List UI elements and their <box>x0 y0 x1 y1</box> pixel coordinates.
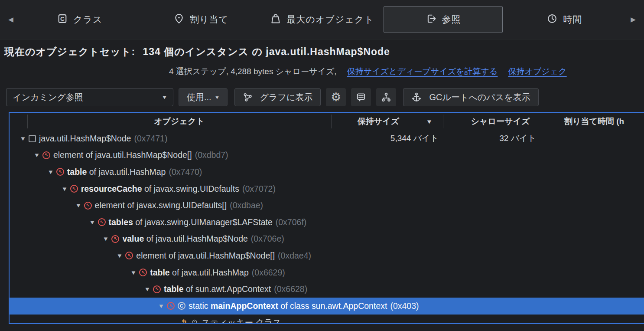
tree-row-label: resourceCache of javax.swing.UIDefaults <box>81 184 239 194</box>
svg-text:C: C <box>60 16 65 22</box>
expand-arrow-icon[interactable]: ▼ <box>86 219 99 226</box>
tree-row[interactable]: ▼↖tables of javax.swing.UIManager$LAFSta… <box>10 214 644 231</box>
object-address: (0x6628) <box>274 284 307 294</box>
summary-text: 4 選択ステップ, 4,288 bytes シャローサイズ, <box>169 66 337 77</box>
reference-type-dropdown[interactable]: インカミング参照 ▼ <box>6 88 173 106</box>
tree-row-label: element of java.util.HashMap$Node[] <box>136 251 275 261</box>
object-address: (0x706e) <box>251 234 284 244</box>
tabs-back-arrow-icon[interactable]: ◀ <box>3 16 19 23</box>
tree-row[interactable]: ↰スティッキー クラス <box>10 315 644 323</box>
column-header-allocation-time[interactable]: 割り当て時間 (h <box>564 113 644 130</box>
tab-label: 時間 <box>563 13 582 26</box>
tree-row-label: table of java.util.HashMap <box>150 268 249 278</box>
tree-row-label: tables of javax.swing.UIManager$LAFState <box>109 217 273 227</box>
object-address: (0xdbae) <box>230 200 263 210</box>
tab-allocations[interactable]: 割り当て <box>141 6 261 33</box>
tree-row[interactable]: ▼↖element of java.util.HashMap$Node[](0x… <box>10 247 644 264</box>
use-button[interactable]: 使用... ▼ <box>179 88 228 106</box>
shallow-size-value: 32 バイト <box>443 130 536 147</box>
object-checkbox[interactable] <box>29 135 36 142</box>
graph-icon <box>243 92 253 102</box>
column-header-object[interactable]: オブジェクト <box>27 113 331 130</box>
expand-arrow-icon[interactable]: ▼ <box>99 236 112 242</box>
expand-arrow-icon[interactable]: ▼ <box>44 169 57 175</box>
incoming-reference-icon: ↖ <box>139 269 147 276</box>
tree-row-label: スティッキー クラス <box>202 317 282 323</box>
tree-row-label: value of java.util.HashMap$Node <box>122 234 247 244</box>
gc-root-icon: ↰ <box>181 318 188 323</box>
tab-biggest-objects[interactable]: 最大のオブジェクト <box>262 6 382 33</box>
reference-type-value: インカミング参照 <box>13 92 162 103</box>
incoming-reference-icon: ↖ <box>56 168 64 176</box>
tree-row[interactable]: ▼↖value of java.util.HashMap$Node(0x706e… <box>10 231 644 248</box>
comments-button[interactable] <box>351 88 371 106</box>
incoming-reference-icon: ↖ <box>98 218 106 226</box>
incoming-reference-icon: ↖ <box>111 235 119 243</box>
tree-row[interactable]: ▼↖table of java.util.HashMap(0x7470) <box>10 164 644 180</box>
use-button-label: 使用... <box>187 92 211 103</box>
title-label: 現在のオブジェクトセット: <box>4 46 135 57</box>
sort-desc-icon[interactable]: ▼ <box>426 118 433 125</box>
tab-label: 割り当て <box>190 13 228 26</box>
tree-row-label: static mainAppContext of class sun.awt.A… <box>189 301 387 311</box>
hierarchy-icon <box>381 92 391 102</box>
title-value: 134 個のインスタンス の java.util.HashMap$Node <box>143 46 390 57</box>
expand-arrow-icon[interactable]: ▼ <box>155 303 168 309</box>
biggest-objects-icon <box>270 13 281 26</box>
hierarchy-view-button[interactable] <box>376 88 396 106</box>
expand-arrow-icon[interactable]: ▼ <box>58 186 71 192</box>
references-toolbar: インカミング参照 ▼ 使用... ▼ グラフに表示 ⚙ GCルートへのパスを表示 <box>6 88 644 107</box>
retained-objects-link[interactable]: 保持オブジェク <box>508 66 566 77</box>
expand-arrow-icon[interactable]: ▼ <box>30 152 43 158</box>
tree-row-label: element of javax.swing.UIDefaults[] <box>95 200 227 210</box>
tree-row[interactable]: ▼java.util.HashMap$Node(0x7471)5,344 バイト… <box>10 130 644 147</box>
tree-row[interactable]: ▼↖table of sun.awt.AppContext(0x6628) <box>10 281 644 298</box>
settings-button[interactable]: ⚙ <box>326 88 346 106</box>
object-set-summary: 4 選択ステップ, 4,288 bytes シャローサイズ, 保持サイズとディー… <box>169 66 644 77</box>
class-circle-icon: C <box>178 302 185 310</box>
comment-icon <box>356 92 366 102</box>
expand-arrow-icon[interactable]: ▼ <box>113 252 126 259</box>
tabs-container: Cクラス割り当て最大のオブジェクト参照時間 <box>19 0 625 39</box>
chevron-down-icon: ▼ <box>162 95 168 100</box>
tab-label: 最大のオブジェクト <box>286 13 374 26</box>
current-object-set-title: 現在のオブジェクトセット: 134 個のインスタンス の java.util.H… <box>4 45 644 59</box>
incoming-reference-icon: ↖ <box>70 185 78 193</box>
sticky-pin-icon <box>191 319 198 323</box>
references-table-panel: オブジェクト 保持サイズ ▼ シャローサイズ 割り当て時間 (h ▼java.u… <box>9 112 644 324</box>
column-header-shallow-size[interactable]: シャローサイズ <box>443 113 558 130</box>
tab-bar: ◀ Cクラス割り当て最大のオブジェクト参照時間 ▶ <box>0 0 644 39</box>
time-icon <box>546 13 558 26</box>
calculate-retained-sizes-link[interactable]: 保持サイズとディープサイズを計算する <box>347 66 498 77</box>
incoming-reference-icon: ↖ <box>84 202 92 210</box>
tabs-forward-arrow-icon[interactable]: ▶ <box>625 16 641 23</box>
tree-row[interactable]: ▼↖element of javax.swing.UIDefaults[](0x… <box>10 197 644 214</box>
expand-arrow-icon[interactable]: ▼ <box>16 135 29 142</box>
memory-profiler-window: ◀ Cクラス割り当て最大のオブジェクト参照時間 ▶ 現在のオブジェクトセット: … <box>0 0 644 331</box>
object-address: (0x6629) <box>252 268 285 278</box>
expand-arrow-icon[interactable]: ▼ <box>127 269 140 276</box>
gc-paths-label: GCルートへのパスを表示 <box>429 92 530 103</box>
tab-classes[interactable]: Cクラス <box>20 6 140 33</box>
anchor-icon <box>411 92 422 102</box>
tab-references[interactable]: 参照 <box>384 6 503 33</box>
tab-time[interactable]: 時間 <box>504 6 624 33</box>
show-in-graph-button[interactable]: グラフに表示 <box>234 88 321 106</box>
object-address: (0xdae4) <box>278 251 311 261</box>
column-header-retained-size[interactable]: 保持サイズ <box>331 113 426 130</box>
tree-row[interactable]: ▼↖Cstatic mainAppContext of class sun.aw… <box>10 298 644 315</box>
tree-row[interactable]: ▼↖table of java.util.HashMap(0x6629) <box>10 264 644 281</box>
expand-arrow-icon[interactable]: ▼ <box>141 286 154 292</box>
object-address: (0x403) <box>390 301 419 311</box>
references-tree: ▼java.util.HashMap$Node(0x7471)5,344 バイト… <box>10 130 644 323</box>
tab-label: 参照 <box>442 13 461 26</box>
tree-row-label: java.util.HashMap$Node <box>39 134 131 144</box>
tree-row-label: table of java.util.HashMap <box>67 167 166 177</box>
tree-row[interactable]: ▼↖resourceCache of javax.swing.UIDefault… <box>10 180 644 197</box>
tree-row-label: table of sun.awt.AppContext <box>164 284 271 294</box>
tree-row[interactable]: ▼↖element of java.util.HashMap$Node[](0x… <box>10 147 644 164</box>
table-header: オブジェクト 保持サイズ ▼ シャローサイズ 割り当て時間 (h <box>10 113 644 130</box>
retained-size-value: 5,344 バイト <box>331 130 439 147</box>
show-paths-to-gc-roots-button[interactable]: GCルートへのパスを表示 <box>403 88 538 106</box>
expand-arrow-icon[interactable]: ▼ <box>72 202 85 209</box>
